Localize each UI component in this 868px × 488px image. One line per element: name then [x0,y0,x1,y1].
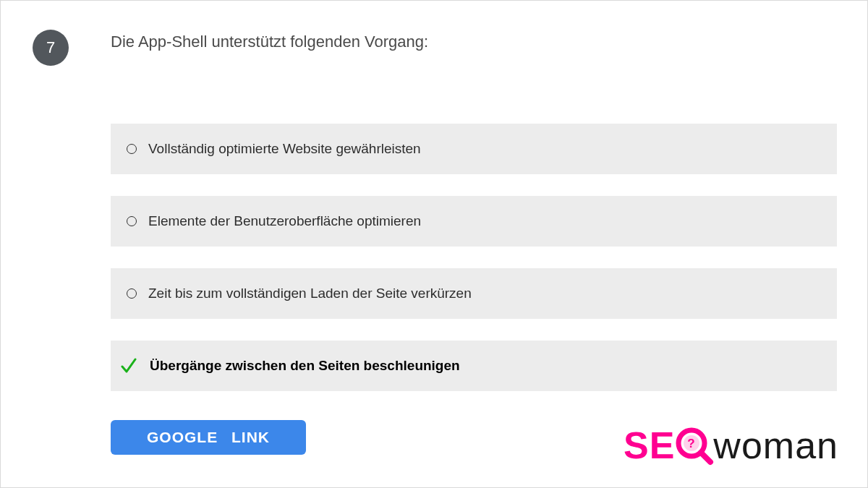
google-link-button[interactable]: GOOGLE LINK [111,420,306,455]
options-container: Vollständig optimierte Website gewährlei… [111,124,837,413]
radio-icon [127,288,137,299]
logo-woman-text: woman [713,424,838,467]
option-label: Elemente der Benutzeroberfläche optimier… [148,213,421,229]
magnifier-icon: ? [673,427,714,464]
svg-text:?: ? [688,437,696,450]
option-label: Vollständig optimierte Website gewährlei… [148,141,421,157]
question-text: Die App-Shell unterstützt folgenden Vorg… [111,33,428,51]
logo-se-text: SE [624,424,675,467]
svg-line-1 [701,453,710,462]
google-link-label: GOOGLE LINK [147,429,270,446]
question-number-badge: 7 [33,30,69,66]
option-4[interactable]: Übergänge zwischen den Seiten beschleuni… [111,341,837,391]
option-1[interactable]: Vollständig optimierte Website gewährlei… [111,124,837,174]
question-number: 7 [46,38,55,57]
check-icon [119,356,138,375]
option-label: Übergänge zwischen den Seiten beschleuni… [150,358,460,374]
option-3[interactable]: Zeit bis zum vollständigen Laden der Sei… [111,268,837,319]
seo-woman-logo: SE ? woman [578,424,838,467]
option-label: Zeit bis zum vollständigen Laden der Sei… [148,286,472,301]
radio-icon [127,144,137,154]
radio-icon [127,216,137,226]
option-2[interactable]: Elemente der Benutzeroberfläche optimier… [111,196,837,247]
